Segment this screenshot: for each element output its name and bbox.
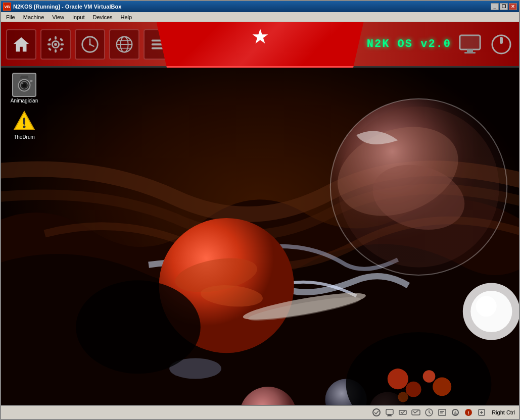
svg-point-65 (406, 382, 421, 397)
taskbar-right: N2K OS v2.0 (367, 32, 514, 57)
globe-button[interactable] (109, 29, 139, 60)
menu-machine[interactable]: Machine (19, 12, 49, 22)
svg-rect-10 (60, 37, 63, 41)
svg-rect-12 (60, 47, 63, 50)
svg-rect-7 (48, 43, 51, 45)
svg-marker-73 (20, 76, 28, 79)
window-title: N2KOS [Running] - Oracle VM VirtualBox (13, 4, 121, 10)
title-bar: VB N2KOS [Running] - Oracle VM VirtualBo… (1, 1, 519, 12)
svg-marker-97 (453, 410, 457, 415)
animagician-icon-image (12, 73, 36, 97)
svg-rect-93 (439, 409, 446, 415)
menu-file[interactable]: File (2, 12, 19, 22)
status-icon-7 (450, 407, 460, 417)
restore-button[interactable]: ❐ (500, 3, 508, 10)
status-icon-6 (437, 407, 447, 417)
desktop-icons: Animagician (6, 73, 42, 140)
status-icon-2 (385, 407, 395, 417)
warning-icon-box: ! (12, 109, 36, 133)
desktop-wallpaper (1, 68, 519, 405)
animagician-label: Animagician (11, 98, 38, 104)
flag-decoration: ★ (157, 22, 364, 68)
n2kos-taskbar: ★ (1, 22, 519, 68)
status-icon-3 (398, 407, 408, 417)
svg-text:VB: VB (4, 5, 10, 9)
status-icon-5 (424, 407, 434, 417)
svg-point-62 (476, 296, 497, 317)
power-icon (489, 32, 514, 57)
virtualbox-window: VB N2KOS [Running] - Oracle VM VirtualBo… (0, 0, 520, 420)
svg-point-64 (388, 369, 408, 389)
svg-rect-43 (500, 37, 503, 44)
right-ctrl-label: Right Ctrl (492, 409, 515, 415)
desktop-icon-animagician[interactable]: Animagician (6, 73, 42, 104)
menu-help[interactable]: Help (117, 12, 136, 22)
svg-point-67 (433, 378, 451, 396)
svg-point-69 (76, 280, 201, 374)
svg-rect-5 (55, 36, 57, 39)
status-bar: ! Right Ctrl (1, 405, 519, 419)
svg-point-4 (54, 43, 57, 46)
status-icon-4 (411, 407, 421, 417)
monitor-icon (457, 32, 483, 57)
svg-point-51 (338, 107, 499, 268)
virtualbox-icon: VB (3, 3, 11, 11)
menu-bar: File Machine View Input Devices Help (1, 12, 519, 22)
thedrum-label: TheDrum (14, 134, 35, 140)
svg-point-77 (21, 82, 23, 84)
svg-text:!: ! (23, 120, 25, 127)
svg-rect-8 (61, 43, 64, 45)
svg-rect-87 (387, 415, 392, 416)
desktop-icon-thedrum[interactable]: ! TheDrum (6, 109, 42, 140)
menu-view[interactable]: View (48, 12, 68, 22)
clock-button[interactable] (75, 29, 105, 60)
svg-rect-40 (467, 49, 473, 52)
settings-button[interactable] (40, 29, 71, 60)
menu-input[interactable]: Input (68, 12, 88, 22)
desktop-area: Animagician (1, 68, 519, 405)
svg-rect-85 (386, 409, 393, 414)
svg-rect-78 (30, 80, 32, 82)
svg-point-84 (373, 409, 380, 416)
status-icon-1 (371, 407, 382, 417)
svg-rect-9 (48, 37, 52, 41)
svg-marker-2 (14, 37, 29, 51)
vm-content: ★ (1, 22, 519, 419)
window-controls: _ ❐ ✕ (491, 3, 517, 10)
status-icon-9 (477, 407, 487, 417)
svg-point-16 (89, 43, 91, 45)
thedrum-icon-image: ! (12, 109, 36, 133)
title-bar-left: VB N2KOS [Running] - Oracle VM VirtualBo… (3, 3, 121, 11)
svg-text:!: ! (468, 410, 469, 415)
minimize-button[interactable]: _ (491, 3, 499, 10)
svg-point-68 (398, 392, 408, 402)
svg-rect-11 (48, 47, 52, 50)
home-button[interactable] (6, 29, 36, 60)
camera-icon-box (12, 73, 36, 97)
os-title: N2K OS v2.0 (367, 38, 451, 50)
svg-rect-39 (460, 35, 480, 49)
svg-rect-6 (55, 49, 57, 52)
svg-rect-41 (464, 52, 476, 54)
svg-line-92 (429, 412, 431, 413)
status-icon-8: ! (463, 407, 474, 417)
flag-star: ★ (251, 26, 269, 46)
svg-point-66 (423, 370, 436, 383)
svg-rect-86 (388, 414, 391, 415)
close-button[interactable]: ✕ (509, 3, 517, 10)
menu-devices[interactable]: Devices (88, 12, 116, 22)
